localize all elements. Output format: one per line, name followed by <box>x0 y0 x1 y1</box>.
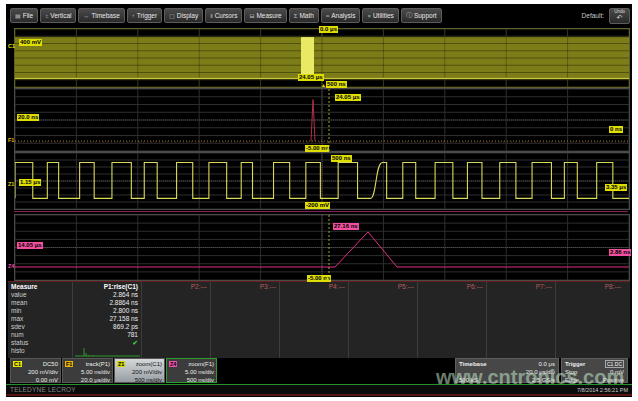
measure-row-label-histo: histo <box>8 347 72 358</box>
menu-item-analysis[interactable]: ≈Analysis <box>321 8 361 23</box>
badge-z1-right: 3.35 μs <box>605 184 627 191</box>
file-icon: ▤ <box>15 12 21 19</box>
p1-status-check-icon: ✔ <box>73 339 141 347</box>
badge-z4-left: 14.05 μs <box>17 242 43 249</box>
f1-function: track(P1) <box>86 361 110 367</box>
channel-descriptor-f1[interactable]: F1 track(P1) 5.00 ns/div 20.0 μs/div <box>62 358 113 383</box>
timebase-label: Timebase <box>459 361 487 368</box>
grid-z1-zoom[interactable]: Z1 500 ns 1.15 μs 3.35 μs -200 mV <box>14 152 630 210</box>
badge-c1-top: 0.0 μs <box>319 26 338 33</box>
z4-hscale: 500 ns/div <box>169 376 214 384</box>
measure-col-p1[interactable]: P1:rise(C1) <box>73 282 141 291</box>
trace-tab-c1[interactable]: C1 <box>8 43 15 49</box>
p1-histogram <box>73 347 141 358</box>
measure-title: Measure <box>8 282 72 291</box>
z4-vscale: 5.00 ns/div <box>169 368 214 376</box>
menu-item-file[interactable]: ▤File <box>10 8 38 23</box>
trace-tab-f1[interactable]: F1 <box>8 137 14 143</box>
measure-col-p4[interactable]: P4:--- <box>280 282 348 291</box>
badge-z1-left: 1.15 μs <box>19 179 41 186</box>
c1-coupling: DC50 <box>43 361 58 367</box>
grid-f1-track[interactable]: F1 24.05 μs 20.0 ns 0 ns -5.00 ns ▲ <box>14 88 630 152</box>
oscilloscope-app: ▤File↕Vertical↔Timebase↑Trigger▢Display‖… <box>6 4 632 397</box>
menu-item-utilities[interactable]: ×Utilities <box>362 8 398 23</box>
measure-col-p7[interactable]: P7:--- <box>487 282 555 291</box>
menu-item-support[interactable]: ⓘSupport <box>401 8 442 23</box>
z1-zoom-waveform <box>15 153 629 209</box>
bottom-accent-line <box>6 394 632 396</box>
z1-function: zoom(C1) <box>136 361 162 367</box>
menu-item-label: Cursors <box>215 12 238 19</box>
channel-descriptor-c1[interactable]: C1 DC50 200 mV/div 0.00 mV <box>10 358 61 383</box>
menu-item-label: Vertical <box>50 12 71 19</box>
menu-item-label: File <box>23 12 33 19</box>
measure-col-p3[interactable]: P3:--- <box>211 282 279 291</box>
timebase-rate: 2.5 GS/s <box>532 377 555 384</box>
display-icon: ▢ <box>169 12 175 19</box>
undo-button[interactable]: Undo ↶ <box>609 8 630 24</box>
grid-z4-zoom[interactable]: Z4 27.16 ns 14.05 μs 2.86 ns -5.00 ns ▲ <box>14 214 630 281</box>
trigger-source-chip: C1 DC <box>605 360 624 368</box>
measure-row-label-min: min <box>8 307 72 315</box>
menu-item-label: Measure <box>256 12 281 19</box>
math-icon: Σ <box>294 13 298 19</box>
menu-item-vertical[interactable]: ↕Vertical <box>40 8 76 23</box>
menu-item-display[interactable]: ▢Display <box>164 8 203 23</box>
menu-item-label: Math <box>299 12 313 19</box>
default-setup-label: Default: <box>582 12 604 19</box>
measure-row-label-value: value <box>8 291 72 299</box>
p1-num: 781 <box>73 331 141 339</box>
menu-item-label: Utilities <box>373 12 394 19</box>
grid-c1-source[interactable]: C1 400 mV 0.0 μs 24.05 μs 500 ns ▲ <box>14 28 630 88</box>
menu-item-math[interactable]: ΣMath <box>289 8 319 23</box>
menu-item-label: Support <box>414 12 437 19</box>
channel-badge-z1: Z1 <box>117 361 125 368</box>
menu-item-measure[interactable]: ⊟Measure <box>244 8 286 23</box>
measure-icon: ⊟ <box>249 12 254 19</box>
channel-badge-f1: F1 <box>65 361 73 368</box>
measure-col-p2[interactable]: P2:--- <box>142 282 210 291</box>
c1-vscale: 200 mV/div <box>13 368 58 376</box>
analysis-icon: ≈ <box>326 13 329 19</box>
support-icon: ⓘ <box>406 11 412 20</box>
trigger-descriptor[interactable]: Trigger C1 DC Stop 0 mV Edge Positive <box>561 358 628 383</box>
badge-z1-top: 500 ns <box>331 155 352 162</box>
p1-max: 27.158 ns <box>73 315 141 323</box>
timebase-descriptor[interactable]: Timebase 0.0 μs 20.0 μs/div 500 kS 2.5 G… <box>455 358 559 383</box>
timebase-icon: ↔ <box>83 13 89 19</box>
measure-row-label-mean: mean <box>8 299 72 307</box>
footer-bar: TELEDYNE LECROY 7/8/2014 2:56:21 PM <box>6 385 632 394</box>
channel-descriptor-z1[interactable]: Z1 zoom(C1) 200 mV/div 500 ns/div <box>114 358 165 383</box>
badge-f1-top: 24.05 μs <box>335 94 361 101</box>
measure-col-p6[interactable]: P6:--- <box>418 282 486 291</box>
brand-logo: TELEDYNE LECROY <box>10 386 76 393</box>
menu-item-cursors[interactable]: ‖Cursors <box>205 8 242 23</box>
trace-tab-z4[interactable]: Z4 <box>8 263 14 269</box>
zoom-position-marker-icon: ▲ <box>325 147 330 152</box>
measure-row-label-num: num <box>8 331 72 339</box>
menu-item-trigger[interactable]: ↑Trigger <box>127 8 162 23</box>
badge-c1-bottom: 24.05 μs <box>298 74 324 81</box>
measure-col-p8[interactable]: P8:--- <box>556 282 624 291</box>
z1-hscale: 500 ns/div <box>117 376 162 384</box>
f1-vscale: 5.00 ns/div <box>65 368 110 376</box>
badge-z1-bottom: -200 mV <box>305 202 330 209</box>
measure-row-label-sdev: sdev <box>8 323 72 331</box>
p1-mean: 2.8864 ns <box>73 299 141 307</box>
menu-item-label: Trigger <box>137 12 157 19</box>
badge-f1-left: 20.0 ns <box>17 114 39 121</box>
trace-tab-z1[interactable]: Z1 <box>8 181 14 187</box>
menu-item-timebase[interactable]: ↔Timebase <box>78 8 124 23</box>
menu-bar: ▤File↕Vertical↔Timebase↑Trigger▢Display‖… <box>10 7 630 24</box>
cursors-icon: ‖ <box>210 13 212 19</box>
timestamp: 7/8/2014 2:56:21 PM <box>577 387 628 393</box>
zoom-position-marker-icon: ▲ <box>325 276 330 281</box>
f1-hscale: 20.0 μs/div <box>65 376 110 384</box>
measure-col-p5[interactable]: P5:--- <box>349 282 417 291</box>
channel-descriptor-z4[interactable]: Z4 zoom(F1) 5.00 ns/div 500 ns/div <box>166 358 217 383</box>
vertical-icon: ↕ <box>45 13 48 19</box>
trigger-slope: Positive <box>603 377 624 384</box>
measure-table: Measurevaluemeanminmaxsdevnumstatushisto… <box>8 281 630 358</box>
p1-min: 2.800 ns <box>73 307 141 315</box>
timebase-scale: 20.0 μs/div <box>526 369 555 376</box>
